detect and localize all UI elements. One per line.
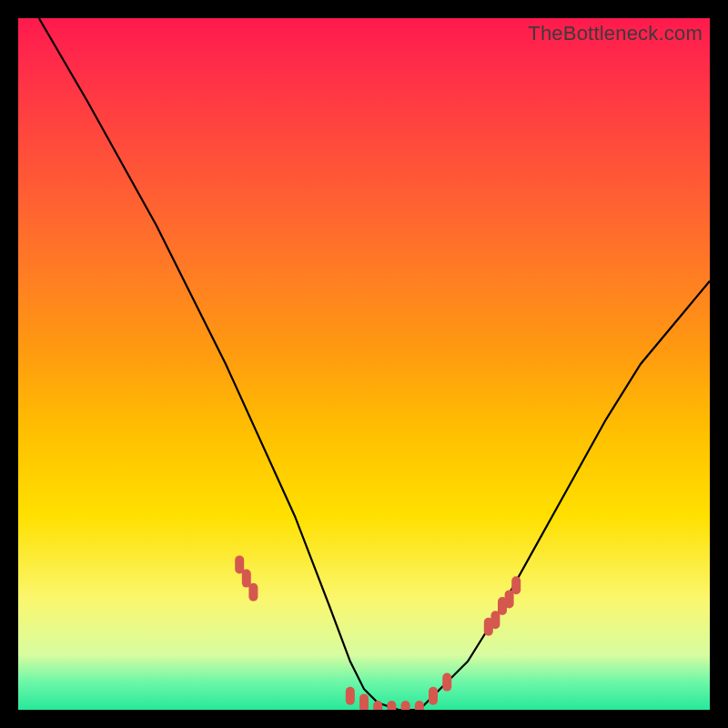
highlight-dot	[235, 555, 244, 573]
highlight-dot	[401, 701, 410, 710]
highlight-dot	[505, 590, 514, 608]
highlight-dot	[490, 611, 500, 629]
highlight-dot-layer	[235, 555, 521, 710]
highlight-dot	[373, 701, 382, 710]
chart-svg	[18, 18, 710, 710]
highlight-dot	[429, 687, 438, 705]
highlight-dot	[511, 576, 521, 594]
highlight-dot	[387, 701, 396, 710]
plot-area: TheBottleneck.com	[18, 18, 710, 710]
highlight-dot	[359, 693, 369, 710]
chart-frame: TheBottleneck.com	[0, 0, 728, 728]
highlight-dot	[415, 701, 424, 710]
highlight-dot	[242, 570, 251, 588]
highlight-dot	[248, 583, 258, 602]
highlight-dot	[346, 687, 355, 705]
highlight-dot	[442, 673, 451, 692]
bottleneck-curve	[39, 18, 710, 710]
